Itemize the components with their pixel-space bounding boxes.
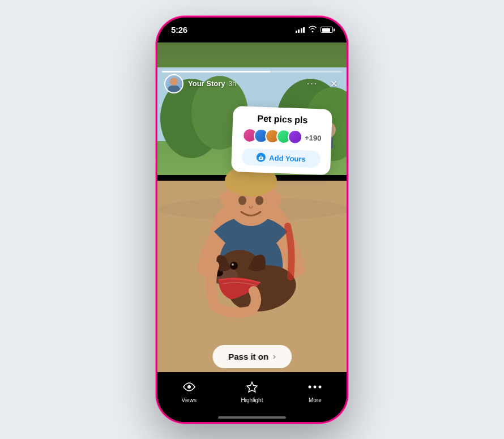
svg-point-30 xyxy=(319,385,322,388)
status-bar: 5:26 xyxy=(157,18,347,42)
story-meta: Your Story 3h xyxy=(188,79,236,88)
svg-point-17 xyxy=(255,196,263,205)
highlight-label: Highlight xyxy=(241,397,263,403)
story-close-button[interactable]: × xyxy=(328,75,340,92)
story-sticker-card: Pet pics pls +190 xyxy=(231,105,332,174)
story-content: Your Story 3h ··· × Pet pics pls xyxy=(157,42,347,422)
story-username: Your Story xyxy=(188,79,225,88)
story-avatar[interactable] xyxy=(164,74,183,93)
battery-icon xyxy=(321,27,333,33)
highlight-icon xyxy=(244,379,260,395)
phone-inner: 5:26 xyxy=(157,18,347,422)
add-yours-button[interactable]: Add Yours xyxy=(241,148,321,168)
story-toolbar: Views Highlight xyxy=(157,372,347,422)
status-icons xyxy=(296,25,334,34)
story-header: Your Story 3h ··· × xyxy=(157,74,347,93)
story-progress-fill xyxy=(162,71,270,73)
story-actions: ··· × xyxy=(305,75,340,92)
phone-frame: 5:26 xyxy=(156,16,348,424)
svg-point-27 xyxy=(187,385,189,386)
add-yours-label: Add Yours xyxy=(269,153,306,163)
svg-point-29 xyxy=(314,385,317,388)
sticker-title: Pet pics pls xyxy=(243,113,322,126)
toolbar-views[interactable]: Views xyxy=(172,379,206,403)
story-time-ago: 3h xyxy=(229,80,236,88)
views-icon xyxy=(181,379,197,395)
dots-icon: ··· xyxy=(307,79,318,88)
sticker-avatar-5 xyxy=(288,129,303,144)
svg-point-22 xyxy=(230,262,238,270)
pass-it-on-arrow: › xyxy=(273,352,276,361)
toolbar-more[interactable]: More xyxy=(298,379,332,403)
sticker-count: +190 xyxy=(305,133,322,142)
story-options-button[interactable]: ··· xyxy=(305,76,320,91)
wifi-icon xyxy=(308,25,317,34)
views-label: Views xyxy=(181,397,197,403)
svg-point-28 xyxy=(309,385,311,388)
story-user-info: Your Story 3h xyxy=(164,74,236,93)
avatar-person-icon xyxy=(168,78,180,92)
sticker-avatars: +190 xyxy=(242,127,322,145)
story-progress-bar xyxy=(162,71,342,73)
home-indicator xyxy=(218,416,286,419)
svg-point-23 xyxy=(232,263,234,266)
signal-icon xyxy=(296,27,305,33)
pass-it-on-button[interactable]: Pass it on › xyxy=(212,345,292,368)
toolbar-highlight[interactable]: Highlight xyxy=(235,379,269,403)
svg-point-14 xyxy=(220,192,232,206)
camera-icon xyxy=(257,152,266,162)
close-icon: × xyxy=(330,76,338,91)
more-label: More xyxy=(309,397,322,403)
svg-point-15 xyxy=(270,192,281,206)
svg-point-16 xyxy=(238,196,246,205)
status-time: 5:26 xyxy=(171,25,187,35)
more-icon xyxy=(307,379,323,395)
pass-it-on-label: Pass it on xyxy=(228,352,268,361)
